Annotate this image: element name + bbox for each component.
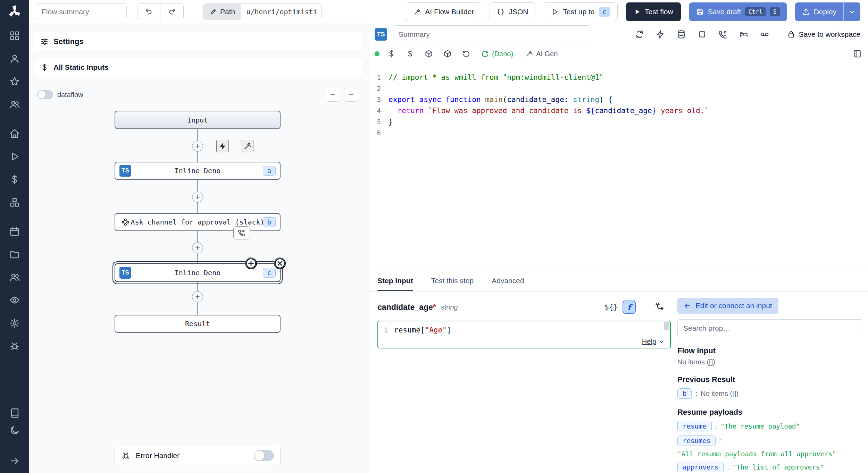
windmill-logo[interactable] [7, 4, 22, 19]
save-to-workspace-button[interactable]: Save to workspace [787, 30, 860, 39]
prop-badge-approvers[interactable]: approvers [677, 462, 724, 472]
flow-settings-bar[interactable]: Settings [34, 32, 363, 51]
summary-input[interactable] [393, 25, 591, 43]
zoom-in-button[interactable] [326, 88, 340, 102]
apps-grid-icon[interactable] [9, 31, 20, 41]
team-users-icon[interactable] [9, 99, 20, 110]
flow-summary-input[interactable] [36, 3, 127, 20]
code-editor[interactable]: 1// import * as wmill from "npm:windmill… [368, 62, 868, 271]
test-flow-label: Test flow [645, 8, 673, 16]
flow-node-a[interactable]: TS Inline Deno a [115, 162, 281, 180]
flow-node-result[interactable]: Result [115, 315, 281, 333]
contextual-dollar-icon[interactable] [406, 50, 414, 58]
tab-advanced[interactable]: Advanced [492, 271, 524, 291]
user-icon[interactable] [9, 53, 20, 64]
toggle-knob [254, 451, 264, 461]
schedules-calendar-icon[interactable] [9, 226, 20, 237]
flow-canvas[interactable]: dataflow Input TS Inline Deno a [29, 77, 368, 473]
retries-cycle-icon[interactable] [635, 30, 644, 39]
node-b-label: Ask channel for approval (slack) [131, 218, 264, 226]
test-up-to-button[interactable]: Test up to c [544, 2, 618, 21]
deploy-button[interactable]: Deploy [795, 2, 843, 21]
docs-book-icon[interactable] [9, 408, 20, 418]
mock-voicemail-icon[interactable] [760, 30, 769, 39]
concurrency-bolt-icon[interactable] [656, 30, 665, 39]
template-string-button[interactable]: ${} [604, 303, 618, 311]
insert-step-button-4[interactable] [192, 291, 203, 302]
variables-dollar-icon[interactable] [9, 174, 20, 185]
cache-database-icon[interactable] [677, 30, 686, 39]
props-panel: Edit or connect an input Flow Input No i… [677, 292, 868, 473]
workers-bug-icon[interactable] [9, 341, 20, 351]
trigger-zap-button[interactable] [216, 140, 229, 152]
tab-step-input[interactable]: Step Input [377, 271, 413, 291]
ai-gen-button[interactable]: AI Gen [525, 50, 558, 58]
insert-step-button-2[interactable] [192, 192, 203, 203]
flow-node-b[interactable]: Ask channel for approval (slack) b [115, 213, 281, 231]
insert-step-button-3[interactable] [192, 242, 203, 253]
delete-step-button[interactable] [274, 257, 286, 269]
ai-wand-button[interactable] [241, 140, 253, 152]
settings-label: Settings [53, 37, 84, 46]
prop-description: "All resume payloads from all approvers" [677, 450, 863, 458]
dataflow-toggle[interactable] [37, 90, 53, 99]
redo-button[interactable] [160, 4, 183, 20]
undo-button[interactable] [137, 4, 160, 20]
deploy-label: Deploy [814, 8, 836, 16]
variables-dollar-icon[interactable] [387, 50, 395, 58]
early-stop-square-icon[interactable] [698, 30, 707, 39]
sleep-bed-icon[interactable] [739, 30, 748, 39]
suspend-phone-button[interactable] [233, 226, 250, 239]
package-icon[interactable] [425, 50, 433, 58]
error-handler-bar[interactable]: Error Handler [115, 446, 281, 465]
library-panel-icon[interactable] [853, 49, 862, 58]
theme-moon-icon[interactable] [9, 425, 20, 436]
prop-badge-resumes[interactable]: resumes [677, 436, 716, 446]
save-draft-button[interactable]: Save draft Ctrl S [689, 2, 787, 21]
runtime-label: (Deno) [492, 50, 513, 58]
insert-step-button-1[interactable] [192, 141, 203, 152]
runs-play-icon[interactable] [9, 151, 20, 162]
reset-rotate-icon[interactable] [462, 50, 470, 58]
flow-node-input[interactable]: Input [115, 111, 281, 129]
path-input[interactable] [241, 4, 321, 20]
deploy-more-button[interactable] [843, 2, 860, 21]
prop-badge-b[interactable]: b [677, 388, 692, 399]
audit-eye-icon[interactable] [9, 295, 20, 305]
ai-gen-label: AI Gen [536, 50, 558, 58]
favorites-star-icon[interactable] [9, 76, 20, 87]
collapse-arrow-icon[interactable] [9, 456, 20, 466]
zoom-out-button[interactable] [344, 88, 358, 102]
folders-icon[interactable] [9, 249, 20, 260]
static-inputs-bar[interactable]: All Static Inputs [34, 58, 363, 77]
javascript-expression-button[interactable]: f [623, 301, 636, 314]
ai-flow-builder-button[interactable]: AI Flow Builder [406, 2, 481, 21]
move-step-button[interactable] [245, 257, 257, 269]
help-link[interactable]: Help [642, 338, 665, 346]
flow-node-c-selected[interactable]: TS Inline Deno c [115, 263, 281, 282]
editor-header: TS Save to workspace [368, 23, 868, 45]
home-icon[interactable] [9, 128, 20, 139]
test-flow-button[interactable]: Test flow [626, 2, 681, 21]
undo-icon [145, 8, 153, 16]
content-row: Settings All Static Inputs dataflow Inpu… [29, 23, 868, 473]
runtime-selector[interactable]: (Deno) [481, 50, 513, 58]
static-inputs-label: All Static Inputs [53, 63, 109, 71]
settings-gear-icon[interactable] [9, 318, 20, 328]
package-icon-2[interactable] [443, 50, 452, 58]
json-button[interactable]: JSON [490, 2, 535, 21]
mini-scrollbar[interactable] [664, 322, 669, 330]
expression-line-number: 1 [378, 324, 394, 333]
colon: : [695, 390, 697, 398]
tab-test-this-step[interactable]: Test this step [431, 271, 474, 291]
prop-badge-resume[interactable]: resume [677, 421, 712, 431]
resources-blocks-icon[interactable] [9, 197, 20, 208]
path-button[interactable]: Path [203, 4, 241, 20]
suspend-phone-icon[interactable] [718, 30, 727, 39]
edit-or-connect-button[interactable]: Edit or connect an input [677, 298, 778, 314]
prop-search-input[interactable] [677, 319, 863, 337]
connect-input-plug-button[interactable] [650, 301, 668, 314]
error-handler-toggle[interactable] [254, 450, 274, 461]
expression-editor[interactable]: 1 resume["Age"] Help [377, 321, 671, 348]
groups-users-icon[interactable] [9, 272, 20, 282]
